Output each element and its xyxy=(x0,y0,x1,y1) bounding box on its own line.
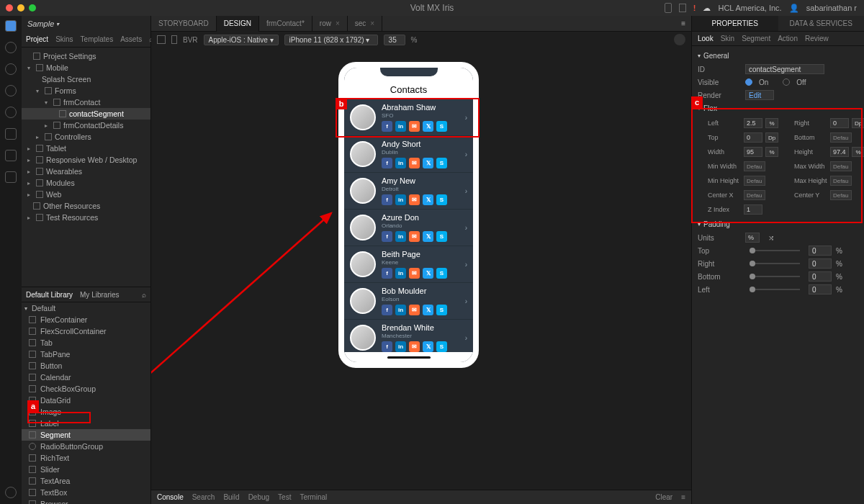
skype-icon[interactable]: S xyxy=(436,194,447,205)
twitter-icon[interactable]: 𝕏 xyxy=(423,158,433,168)
mail-icon[interactable]: ✉ xyxy=(409,158,420,168)
shuffle-icon[interactable]: ⤭ xyxy=(768,234,774,242)
contact-row[interactable]: Brendan White Manchester f in ✉ 𝕏 S › xyxy=(344,320,473,352)
contact-row[interactable]: Azure Don Orlando f in ✉ 𝕏 S › xyxy=(344,210,473,246)
pad-bottom-slider[interactable] xyxy=(750,276,800,277)
tree-forms[interactable]: ▾Forms xyxy=(22,85,150,96)
subtab-action[interactable]: Action xyxy=(778,35,798,42)
widget-flexscroll[interactable]: FlexScrollContainer xyxy=(22,325,150,337)
facebook-icon[interactable]: f xyxy=(382,341,392,352)
linkedin-icon[interactable]: in xyxy=(395,341,406,352)
linkedin-icon[interactable]: in xyxy=(395,231,406,242)
linkedin-icon[interactable]: in xyxy=(395,158,406,168)
tab-properties[interactable]: PROPERTIES xyxy=(692,16,778,31)
menu-icon[interactable]: ≡ xyxy=(681,19,691,27)
rail-icon-layers[interactable] xyxy=(5,128,17,140)
tree-modules[interactable]: ▸Modules xyxy=(22,177,150,189)
mail-icon[interactable]: ✉ xyxy=(409,194,420,205)
twitter-icon[interactable]: 𝕏 xyxy=(423,231,433,242)
facebook-icon[interactable]: f xyxy=(382,194,392,205)
tab-storyboard[interactable]: STORYBOARD xyxy=(151,16,217,32)
units-select[interactable]: % xyxy=(745,233,760,243)
tab-terminal[interactable]: Terminal xyxy=(300,493,327,501)
rail-icon-chat[interactable] xyxy=(5,487,17,498)
mail-icon[interactable]: ✉ xyxy=(409,341,420,352)
device-icon[interactable] xyxy=(665,3,672,13)
tree-web[interactable]: ▸Web xyxy=(22,189,150,200)
tree-other[interactable]: Other Resources xyxy=(22,200,150,212)
rail-icon-doc[interactable] xyxy=(5,150,17,161)
prop-id-input[interactable] xyxy=(745,64,824,74)
widget-slider[interactable]: Slider xyxy=(22,464,150,475)
tab-project[interactable]: Project xyxy=(26,35,48,43)
tab-console[interactable]: Console xyxy=(157,493,184,501)
facebook-icon[interactable]: f xyxy=(382,268,392,279)
tree-tablet[interactable]: ▸Tablet xyxy=(22,143,150,154)
maximize-icon[interactable] xyxy=(29,4,36,12)
trash-icon[interactable] xyxy=(679,4,686,12)
pad-left-slider[interactable] xyxy=(750,289,800,290)
skype-icon[interactable]: S xyxy=(436,268,447,279)
tab-row[interactable]: row× xyxy=(312,16,348,32)
pad-top-slider[interactable] xyxy=(750,250,800,251)
widget-radio[interactable]: RadioButtonGroup xyxy=(22,441,150,452)
pad-bottom-input[interactable] xyxy=(809,271,832,282)
rail-icon-sync[interactable] xyxy=(5,107,17,118)
widget-tab[interactable]: Tab xyxy=(22,337,150,348)
widget-datagrid[interactable]: DataGrid xyxy=(22,395,150,406)
tab-skins[interactable]: Skins xyxy=(55,35,73,43)
pad-left-input[interactable] xyxy=(809,284,832,294)
tree-wearables[interactable]: ▸Wearables xyxy=(22,166,150,177)
widget-textarea[interactable]: TextArea xyxy=(22,475,150,487)
alert-icon[interactable]: ! xyxy=(693,4,696,12)
grid-icon[interactable] xyxy=(157,35,166,44)
twitter-icon[interactable]: 𝕏 xyxy=(423,194,433,205)
platform-select[interactable]: Apple-iOS : Native ▾ xyxy=(204,35,279,45)
tab-assets[interactable]: Assets xyxy=(120,35,142,43)
pad-right-input[interactable] xyxy=(809,258,832,269)
app-logo-icon[interactable] xyxy=(5,20,17,32)
linkedin-icon[interactable]: in xyxy=(395,194,406,205)
widget-richtext[interactable]: RichText xyxy=(22,452,150,464)
company-label[interactable]: HCL America, Inc. xyxy=(718,4,781,12)
zoom-input[interactable]: 35 xyxy=(384,35,405,45)
widget-textbox[interactable]: TextBox xyxy=(22,487,150,498)
skype-icon[interactable]: S xyxy=(436,158,447,168)
tab-my-libraries[interactable]: My Libraries xyxy=(80,291,119,299)
contact-row[interactable]: Amy New Detroit f in ✉ 𝕏 S › xyxy=(344,173,473,210)
mail-icon[interactable]: ✉ xyxy=(409,231,420,242)
twitter-icon[interactable]: 𝕏 xyxy=(423,341,433,352)
widget-checkbox[interactable]: CheckBoxGroup xyxy=(22,383,150,395)
tab-test[interactable]: Test xyxy=(278,493,291,501)
tree-controllers[interactable]: ▸Controllers xyxy=(22,131,150,143)
tree-mobile[interactable]: ▾Mobile xyxy=(22,62,150,73)
tab-sec[interactable]: sec× xyxy=(348,16,382,32)
widget-button[interactable]: Button xyxy=(22,360,150,372)
facebook-icon[interactable]: f xyxy=(382,231,392,242)
close-icon[interactable]: × xyxy=(336,19,340,27)
tree-project-settings[interactable]: Project Settings xyxy=(22,50,150,62)
tab-debug[interactable]: Debug xyxy=(248,493,269,501)
skype-icon[interactable]: S xyxy=(436,341,447,352)
tab-design[interactable]: DESIGN xyxy=(217,16,259,32)
design-canvas[interactable]: 9:41📶 📶 🔋 Contacts Abraham Shaw SFO f in… xyxy=(151,48,691,490)
mail-icon[interactable]: ✉ xyxy=(409,305,420,315)
tab-search[interactable]: Search xyxy=(192,493,215,501)
tree-splash[interactable]: Splash Screen xyxy=(22,73,150,85)
radio-on[interactable] xyxy=(745,78,752,86)
rail-icon-gear[interactable] xyxy=(5,63,17,75)
linkedin-icon[interactable]: in xyxy=(395,305,406,315)
tab-frmcontact[interactable]: frmContact* xyxy=(259,16,312,32)
subtab-review[interactable]: Review xyxy=(805,35,829,42)
radio-off[interactable] xyxy=(783,78,790,86)
facebook-icon[interactable]: f xyxy=(382,158,392,168)
sample-dropdown[interactable]: Sample ▾ xyxy=(22,16,150,32)
widget-tabpane[interactable]: TabPane xyxy=(22,348,150,360)
widget-flexcontainer[interactable]: FlexContainer xyxy=(22,314,150,325)
widget-browser[interactable]: Browser xyxy=(22,498,150,504)
tree-test[interactable]: ▸Test Resources xyxy=(22,212,150,223)
skype-icon[interactable]: S xyxy=(436,305,447,315)
linkedin-icon[interactable]: in xyxy=(395,268,406,279)
close-icon[interactable]: × xyxy=(370,19,374,27)
clear-button[interactable]: Clear xyxy=(655,493,672,501)
